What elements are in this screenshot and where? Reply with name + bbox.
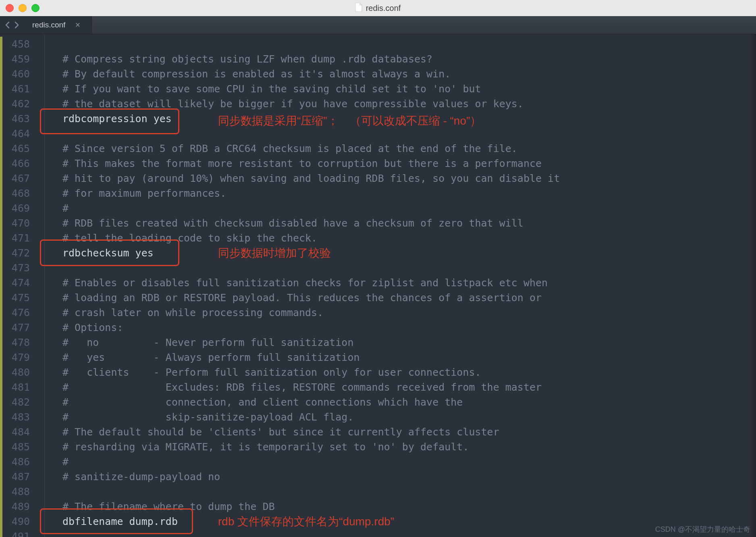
line-number: 483 <box>0 410 37 425</box>
line-number: 458 <box>0 37 37 52</box>
line-number: 470 <box>0 216 37 231</box>
line-number: 487 <box>0 469 37 484</box>
code-line[interactable]: # Compress string objects using LZF when… <box>62 52 756 67</box>
line-number: 479 <box>0 350 37 365</box>
line-number: 482 <box>0 395 37 410</box>
tab-bar: redis.conf × <box>0 16 756 34</box>
code-line[interactable]: # RDB files created with checksum disabl… <box>62 216 756 231</box>
code-line[interactable]: # <box>62 201 756 216</box>
line-number: 485 <box>0 439 37 454</box>
line-number: 472 <box>0 246 37 260</box>
line-number: 469 <box>0 201 37 216</box>
watermark: CSDN @不渴望力量的哈士奇 <box>655 525 750 534</box>
line-number: 460 <box>0 67 37 81</box>
annotation-box-dbfilename <box>40 508 193 534</box>
line-number: 478 <box>0 335 37 350</box>
code-line[interactable]: # If you want to save some CPU in the sa… <box>62 81 756 96</box>
code-line[interactable]: # clients - Perform full sanitization on… <box>62 365 756 380</box>
line-number: 464 <box>0 126 37 141</box>
code-line[interactable]: # hit to pay (around 10%) when saving an… <box>62 171 756 186</box>
annotation-text-rdbchecksum: 同步数据时增加了校验 <box>218 246 331 260</box>
code-line[interactable]: # Options: <box>62 320 756 335</box>
line-number: 466 <box>0 156 37 171</box>
line-number: 463 <box>0 111 37 126</box>
code-line[interactable]: # crash later on while processing comman… <box>62 305 756 320</box>
window-title: redis.conf <box>0 3 756 14</box>
line-number: 459 <box>0 52 37 67</box>
code-line[interactable]: # Enables or disables full sanitization … <box>62 275 756 290</box>
code-line[interactable] <box>62 484 756 499</box>
document-icon <box>355 3 363 14</box>
code-line[interactable]: # The default should be 'clients' but si… <box>62 425 756 439</box>
line-number: 462 <box>0 96 37 111</box>
code-line[interactable]: # This makes the format more resistant t… <box>62 156 756 171</box>
line-number: 481 <box>0 380 37 395</box>
code-line[interactable]: # connection, and client connections whi… <box>62 395 756 410</box>
code-area[interactable]: # Compress string objects using LZF when… <box>45 34 756 537</box>
line-number: 490 <box>0 514 37 529</box>
code-line[interactable]: # Since version 5 of RDB a CRC64 checksu… <box>62 141 756 156</box>
code-line[interactable]: # resharding via MIGRATE, it is temporar… <box>62 439 756 454</box>
line-number: 473 <box>0 260 37 275</box>
code-line[interactable] <box>62 37 756 52</box>
nav-back-icon[interactable] <box>4 21 11 29</box>
line-number: 465 <box>0 141 37 156</box>
code-line[interactable]: # Excludes: RDB files, RESTORE commands … <box>62 380 756 395</box>
editor[interactable]: 4584594604614624634644654664674684694704… <box>0 34 756 537</box>
scroll-shadow <box>750 34 756 537</box>
tab-label: redis.conf <box>32 21 65 29</box>
line-number: 480 <box>0 365 37 380</box>
line-number: 488 <box>0 484 37 499</box>
annotation-text-rdbcompression: 同步数据是采用“压缩”； （可以改成不压缩 - “no”） <box>218 113 481 128</box>
annotation-box-rdbcompression <box>40 108 179 134</box>
line-number: 486 <box>0 454 37 469</box>
line-number: 484 <box>0 425 37 439</box>
titlebar: redis.conf <box>0 0 756 16</box>
annotation-box-rdbchecksum <box>40 239 179 266</box>
code-line[interactable]: # yes - Always perform full sanitization <box>62 350 756 365</box>
line-number: 474 <box>0 275 37 290</box>
tab-bar-empty <box>92 16 756 34</box>
code-line[interactable]: # skip-sanitize-payload ACL flag. <box>62 410 756 425</box>
line-number: 468 <box>0 186 37 201</box>
nav-forward-icon[interactable] <box>13 21 20 29</box>
code-line[interactable]: # sanitize-dump-payload no <box>62 469 756 484</box>
line-number: 476 <box>0 305 37 320</box>
code-line[interactable]: # no - Never perform full sanitization <box>62 335 756 350</box>
window-title-text: redis.conf <box>366 4 401 13</box>
line-number: 489 <box>0 499 37 514</box>
nav-history <box>0 16 24 34</box>
change-bar <box>0 37 2 537</box>
line-number: 477 <box>0 320 37 335</box>
line-number-gutter: 4584594604614624634644654664674684694704… <box>0 34 37 537</box>
annotation-text-dbfilename: rdb 文件保存的文件名为“dump.rdb” <box>218 514 394 529</box>
line-number: 491 <box>0 529 37 537</box>
code-line[interactable]: # for maximum performances. <box>62 186 756 201</box>
tab-close-icon[interactable]: × <box>75 21 80 29</box>
code-line[interactable]: # <box>62 454 756 469</box>
tab-redis-conf[interactable]: redis.conf × <box>24 16 92 34</box>
line-number: 471 <box>0 231 37 246</box>
line-number: 467 <box>0 171 37 186</box>
code-line[interactable]: # By default compression is enabled as i… <box>62 67 756 81</box>
line-number: 461 <box>0 81 37 96</box>
line-number: 475 <box>0 290 37 305</box>
code-line[interactable]: # loading an RDB or RESTORE payload. Thi… <box>62 290 756 305</box>
